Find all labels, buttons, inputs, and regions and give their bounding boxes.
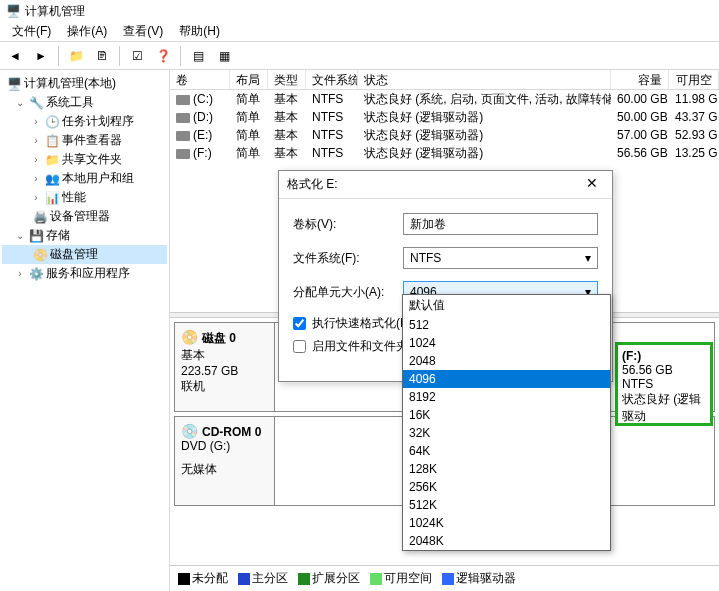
hdr-status[interactable]: 状态 [358,70,611,89]
dropdown-option[interactable]: 256K [403,478,610,496]
legend-ext-icon [298,573,310,585]
volume-row[interactable]: (C:)简单基本NTFS状态良好 (系统, 启动, 页面文件, 活动, 故障转储… [170,90,719,108]
dropdown-option[interactable]: 2048K [403,532,610,550]
cdrom-icon: 💿 [181,423,198,439]
dropdown-option[interactable]: 128K [403,460,610,478]
volume-row[interactable]: (D:)简单基本NTFS状态良好 (逻辑驱动器)50.00 GB43.37 G [170,108,719,126]
help-button[interactable]: ❓ [152,45,174,67]
volume-icon [176,95,190,105]
device-icon: 🖨️ [32,209,48,225]
detail-button[interactable]: ▦ [213,45,235,67]
partition-f[interactable]: (F:) 56.56 GB NTFS 状态良好 (逻辑驱动 [615,342,713,426]
tree-perf[interactable]: ›📊性能 [2,188,167,207]
expand-icon[interactable]: ⌄ [14,230,26,241]
dropdown-option[interactable]: 4096 [403,370,610,388]
dialog-title: 格式化 E: [287,176,338,193]
volume-icon [176,149,190,159]
tree-task[interactable]: ›🕒任务计划程序 [2,112,167,131]
expand-icon[interactable]: › [30,116,42,127]
allocation-dropdown[interactable]: 默认值512102420484096819216K32K64K128K256K5… [402,294,611,551]
expand-icon[interactable]: › [30,135,42,146]
expand-icon[interactable]: › [30,173,42,184]
hdr-volume[interactable]: 卷 [170,70,230,89]
tree-users[interactable]: ›👥本地用户和组 [2,169,167,188]
legend-primary-icon [238,573,250,585]
menu-action[interactable]: 操作(A) [59,21,115,42]
expand-icon[interactable]: ⌄ [14,97,26,108]
dropdown-option[interactable]: 512 [403,316,610,334]
tree-services[interactable]: ›⚙️服务和应用程序 [2,264,167,283]
tree-devmgr[interactable]: 🖨️设备管理器 [2,207,167,226]
volume-row[interactable]: (F:)简单基本NTFS状态良好 (逻辑驱动器)56.56 GB13.25 G [170,144,719,162]
dropdown-option[interactable]: 2048 [403,352,610,370]
window-title: 计算机管理 [25,3,85,20]
quick-format-checkbox[interactable] [293,317,306,330]
tree-diskmgmt[interactable]: 📀磁盘管理 [2,245,167,264]
menu-view[interactable]: 查看(V) [115,21,171,42]
separator [180,46,181,66]
volume-icon [176,131,190,141]
separator [119,46,120,66]
filesystem-select[interactable]: NTFS▾ [403,247,598,269]
refresh-button[interactable]: 🖹 [91,45,113,67]
dropdown-option[interactable]: 8192 [403,388,610,406]
clock-icon: 🕒 [44,114,60,130]
forward-button[interactable]: ► [30,45,52,67]
hdr-fs[interactable]: 文件系统 [306,70,358,89]
list-button[interactable]: ▤ [187,45,209,67]
volume-row[interactable]: (E:)简单基本NTFS状态良好 (逻辑驱动器)57.00 GB52.93 G [170,126,719,144]
dropdown-option[interactable]: 16K [403,406,610,424]
compress-checkbox[interactable] [293,340,306,353]
tree-storage[interactable]: ⌄💾存储 [2,226,167,245]
dropdown-option[interactable]: 64K [403,442,610,460]
hdr-layout[interactable]: 布局 [230,70,268,89]
dropdown-option[interactable]: 512K [403,496,610,514]
menu-bar: 文件(F) 操作(A) 查看(V) 帮助(H) [0,22,719,42]
tree-event[interactable]: ›📋事件查看器 [2,131,167,150]
volume-icon [176,113,190,123]
properties-button[interactable]: ☑ [126,45,148,67]
hdr-type[interactable]: 类型 [268,70,306,89]
disk-icon: 📀 [32,247,48,263]
perf-icon: 📊 [44,190,60,206]
dropdown-option[interactable]: 32K [403,424,610,442]
legend: 未分配 主分区 扩展分区 可用空间 逻辑驱动器 [170,565,719,591]
menu-file[interactable]: 文件(F) [4,21,59,42]
dropdown-option[interactable]: 1024 [403,334,610,352]
separator [58,46,59,66]
volume-label-input[interactable] [403,213,598,235]
hdr-cap[interactable]: 容量 [611,70,669,89]
computer-icon: 🖥️ [6,76,22,92]
dropdown-option[interactable]: 1024K [403,514,610,532]
tree-shared[interactable]: ›📁共享文件夹 [2,150,167,169]
volume-list: (C:)简单基本NTFS状态良好 (系统, 启动, 页面文件, 活动, 故障转储… [170,90,719,162]
volume-header: 卷 布局 类型 文件系统 状态 容量 可用空 [170,70,719,90]
disk-icon: 📀 [181,329,198,345]
tree-root[interactable]: 🖥️计算机管理(本地) [2,74,167,93]
expand-icon[interactable]: › [30,192,42,203]
app-icon: 🖥️ [6,4,21,18]
dialog-titlebar[interactable]: 格式化 E: ✕ [279,171,612,199]
expand-icon[interactable]: › [14,268,26,279]
event-icon: 📋 [44,133,60,149]
up-button[interactable]: 📁 [65,45,87,67]
storage-icon: 💾 [28,228,44,244]
hdr-free[interactable]: 可用空 [669,70,719,89]
dropdown-option[interactable]: 默认值 [403,295,610,316]
back-button[interactable]: ◄ [4,45,26,67]
expand-icon[interactable]: › [30,154,42,165]
legend-free-icon [370,573,382,585]
nav-tree: 🖥️计算机管理(本地) ⌄🔧系统工具 ›🕒任务计划程序 ›📋事件查看器 ›📁共享… [0,70,170,591]
legend-logical-icon [442,573,454,585]
toolbar: ◄ ► 📁 🖹 ☑ ❓ ▤ ▦ [0,42,719,70]
label-allocation: 分配单元大小(A): [293,284,403,301]
services-icon: ⚙️ [28,266,44,282]
menu-help[interactable]: 帮助(H) [171,21,228,42]
tree-systools[interactable]: ⌄🔧系统工具 [2,93,167,112]
close-button[interactable]: ✕ [580,175,604,195]
legend-unalloc-icon [178,573,190,585]
chevron-down-icon: ▾ [585,251,591,265]
folder-icon: 📁 [44,152,60,168]
tools-icon: 🔧 [28,95,44,111]
users-icon: 👥 [44,171,60,187]
